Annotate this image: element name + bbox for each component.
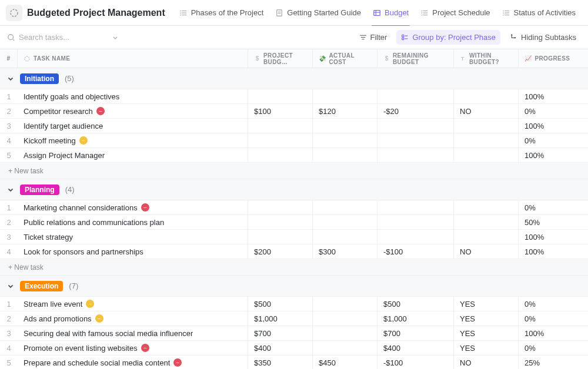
cell-task-name[interactable]: Identify target audience	[18, 119, 248, 133]
new-task-button[interactable]: + New task	[0, 259, 588, 276]
tab-project-schedule[interactable]: Project Schedule	[415, 0, 496, 26]
cell-progress[interactable]: 25%	[519, 355, 588, 369]
cell-within[interactable]: NO	[454, 104, 519, 118]
cell-progress[interactable]: 0%	[519, 104, 588, 118]
cell-progress[interactable]: 50%	[519, 215, 588, 229]
cell-task-name[interactable]: Public relations and communications plan	[18, 215, 248, 229]
search-wrap[interactable]	[7, 33, 119, 42]
cell-actual[interactable]	[313, 119, 377, 133]
cell-remaining[interactable]: $400	[377, 341, 454, 355]
cell-remaining[interactable]	[377, 200, 454, 214]
table-row[interactable]: 3Ticket strategy100%	[0, 230, 588, 244]
caret-down-icon[interactable]	[7, 75, 14, 82]
cell-task-name[interactable]: Kickoff meeting–	[18, 133, 248, 147]
cell-actual[interactable]	[313, 297, 377, 311]
cell-budget[interactable]: $700	[248, 326, 313, 340]
cell-budget[interactable]	[248, 200, 313, 214]
cell-task-name[interactable]: Securing deal with famous social media i…	[18, 326, 248, 340]
group-header[interactable]: Planning(4)	[0, 179, 588, 200]
chevron-down-icon[interactable]	[112, 34, 119, 41]
cell-budget[interactable]	[248, 215, 313, 229]
tab-budget[interactable]: Budget	[367, 0, 415, 26]
cell-remaining[interactable]: -$100	[377, 355, 454, 369]
cell-actual[interactable]	[313, 326, 377, 340]
cell-within[interactable]	[454, 200, 519, 214]
cell-remaining[interactable]	[377, 148, 454, 162]
caret-down-icon[interactable]	[7, 283, 14, 290]
table-row[interactable]: 1Stream live event–$500$500YES0%	[0, 297, 588, 311]
tab-phases-of-the-project[interactable]: Phases of the Project	[173, 0, 270, 26]
cell-task-name[interactable]: Ticket strategy	[18, 230, 248, 244]
cell-remaining[interactable]	[377, 119, 454, 133]
col-remaining-budget[interactable]: $ REMAINING BUDGET	[377, 49, 454, 68]
table-row[interactable]: 5Assign Project Manager100%	[0, 148, 588, 163]
cell-progress[interactable]: 0%	[519, 133, 588, 147]
cell-remaining[interactable]	[377, 89, 454, 103]
cell-progress[interactable]: 100%	[519, 244, 588, 259]
table-row[interactable]: 5Prepare and schedule social media conte…	[0, 355, 588, 369]
cell-budget[interactable]: $100	[248, 104, 313, 118]
cell-actual[interactable]	[313, 311, 377, 326]
cell-actual[interactable]	[313, 133, 377, 147]
cell-actual[interactable]: $300	[313, 244, 377, 259]
cell-progress[interactable]: 0%	[519, 297, 588, 311]
group-header[interactable]: Execution(7)	[0, 276, 588, 297]
cell-progress[interactable]: 100%	[519, 148, 588, 162]
cell-within[interactable]: YES	[454, 311, 519, 326]
cell-progress[interactable]: 100%	[519, 119, 588, 133]
tab-getting-started-guide[interactable]: Getting Started Guide	[269, 0, 367, 26]
cell-within[interactable]	[454, 215, 519, 229]
cell-task-name[interactable]: Look for sponsors and partnerships	[18, 244, 248, 259]
cell-within[interactable]	[454, 148, 519, 162]
col-number[interactable]: #	[0, 49, 18, 68]
table-row[interactable]: 1Marketing channel considerations–0%	[0, 200, 588, 215]
tab-board[interactable]: Board	[582, 0, 582, 26]
cell-remaining[interactable]: $1,000	[377, 311, 454, 326]
cell-actual[interactable]	[313, 148, 377, 162]
cell-progress[interactable]: 100%	[519, 326, 588, 340]
new-task-button[interactable]: + New task	[0, 163, 588, 179]
group-header[interactable]: Initiation(5)	[0, 68, 588, 89]
cell-task-name[interactable]: Marketing channel considerations–	[18, 200, 248, 214]
cell-task-name[interactable]: Stream live event–	[18, 297, 248, 311]
cell-task-name[interactable]: Prepare and schedule social media conten…	[18, 355, 248, 369]
cell-actual[interactable]: $450	[313, 355, 377, 369]
cell-within[interactable]: NO	[454, 244, 519, 259]
cell-actual[interactable]	[313, 230, 377, 244]
cell-budget[interactable]	[248, 230, 313, 244]
cell-within[interactable]	[454, 230, 519, 244]
cell-remaining[interactable]: $500	[377, 297, 454, 311]
cell-remaining[interactable]	[377, 215, 454, 229]
table-row[interactable]: 1Identify goals and objectives100%	[0, 89, 588, 104]
cell-within[interactable]: YES	[454, 326, 519, 340]
filter-button[interactable]: Filter	[355, 30, 392, 45]
cell-remaining[interactable]: $700	[377, 326, 454, 340]
cell-remaining[interactable]	[377, 133, 454, 147]
table-row[interactable]: 2Competitor research–$100$120-$20NO0%	[0, 104, 588, 119]
cell-actual[interactable]	[313, 89, 377, 103]
cell-actual[interactable]	[313, 341, 377, 355]
col-actual-cost[interactable]: 💸 ACTUAL COST	[313, 49, 377, 68]
table-row[interactable]: 3Securing deal with famous social media …	[0, 326, 588, 341]
search-input[interactable]	[19, 33, 95, 42]
cell-progress[interactable]: 0%	[519, 311, 588, 326]
cell-budget[interactable]	[248, 148, 313, 162]
caret-down-icon[interactable]	[7, 186, 14, 193]
cell-actual[interactable]: $120	[313, 104, 377, 118]
cell-budget[interactable]: $200	[248, 244, 313, 259]
cell-actual[interactable]	[313, 215, 377, 229]
subtasks-button[interactable]: Hiding Subtasks	[505, 30, 581, 45]
table-row[interactable]: 4Promote on event listing websites–$400$…	[0, 341, 588, 355]
cell-within[interactable]: YES	[454, 297, 519, 311]
cell-progress[interactable]: 100%	[519, 230, 588, 244]
cell-budget[interactable]: $1,000	[248, 311, 313, 326]
cell-within[interactable]: NO	[454, 355, 519, 369]
cell-actual[interactable]	[313, 200, 377, 214]
workspace-icon[interactable]	[6, 5, 22, 21]
cell-within[interactable]	[454, 119, 519, 133]
cell-task-name[interactable]: Competitor research–	[18, 104, 248, 118]
cell-task-name[interactable]: Assign Project Manager	[18, 148, 248, 162]
cell-budget[interactable]	[248, 89, 313, 103]
cell-task-name[interactable]: Ads and promotions–	[18, 311, 248, 326]
cell-within[interactable]	[454, 89, 519, 103]
